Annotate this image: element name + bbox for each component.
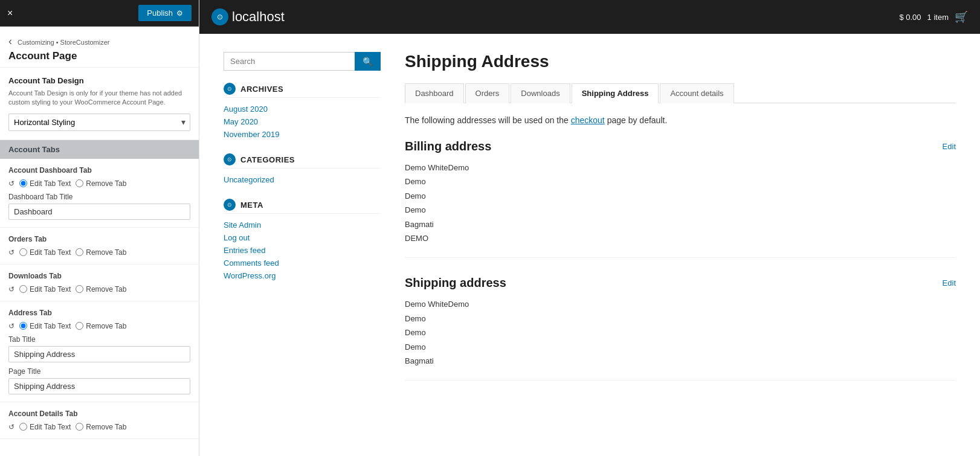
- archive-link[interactable]: August 2020: [224, 104, 268, 114]
- categories-widget: ⊙ CATEGORIES Uncategorized: [224, 153, 381, 184]
- dashboard-remove-radio-label[interactable]: Remove Tab: [76, 179, 126, 188]
- logo-text: localhost: [232, 9, 285, 25]
- address-remove-radio-label[interactable]: Remove Tab: [76, 322, 126, 330]
- meta-link[interactable]: WordPress.org: [224, 271, 276, 280]
- billing-edit-link[interactable]: Edit: [943, 142, 956, 151]
- dashboard-edit-radio-label[interactable]: Edit Tab Text: [19, 179, 71, 188]
- account-details-edit-radio-label[interactable]: Edit Tab Text: [19, 423, 71, 431]
- right-panel: ⊙ localhost $ 0.00 1 item 🛒 🔍 ⊙ ARCHIVES: [199, 0, 980, 456]
- account-details-radio-group: ↺ Edit Tab Text Remove Tab: [8, 423, 190, 431]
- account-tabs: Dashboard Orders Downloads Shipping Addr…: [405, 83, 956, 103]
- address-tab-title-label: Tab Title: [8, 335, 190, 344]
- address-remove-radio[interactable]: [76, 322, 83, 330]
- list-item: November 2019: [224, 129, 381, 139]
- dashboard-tab-section: Account Dashboard Tab ↺ Edit Tab Text Re…: [0, 159, 199, 228]
- address-tab-title-input[interactable]: [8, 346, 190, 362]
- downloads-remove-radio-label[interactable]: Remove Tab: [76, 285, 126, 294]
- dashboard-remove-radio[interactable]: [76, 179, 83, 187]
- shipping-address-section: Shipping address Edit Demo WhiteDemo Dem…: [405, 276, 956, 381]
- downloads-remove-radio[interactable]: [76, 285, 83, 293]
- shipping-edit-link[interactable]: Edit: [943, 278, 956, 287]
- search-box: 🔍: [224, 52, 381, 71]
- account-details-remove-radio-label[interactable]: Remove Tab: [76, 423, 126, 431]
- account-details-edit-radio[interactable]: [19, 423, 27, 431]
- search-icon: 🔍: [363, 57, 373, 66]
- page-heading: Shipping Address: [405, 52, 956, 71]
- tab-downloads[interactable]: Downloads: [511, 83, 570, 103]
- dashboard-tab-input[interactable]: [8, 204, 190, 220]
- address-refresh-icon: ↺: [8, 322, 15, 330]
- downloads-edit-radio-label[interactable]: Edit Tab Text: [19, 285, 71, 294]
- back-button[interactable]: ‹: [8, 35, 12, 48]
- orders-edit-radio[interactable]: [19, 248, 27, 256]
- dashboard-tab-radio-group: ↺ Edit Tab Text Remove Tab: [8, 179, 190, 188]
- styling-select[interactable]: Horizontal Styling Vertical Styling Defa…: [8, 114, 190, 131]
- search-button[interactable]: 🔍: [355, 52, 381, 71]
- list-item: May 2020: [224, 117, 381, 126]
- tab-dashboard[interactable]: Dashboard: [405, 83, 464, 103]
- main-content: Shipping Address Dashboard Orders Downlo…: [405, 52, 956, 438]
- orders-refresh-icon: ↺: [8, 248, 15, 257]
- category-link[interactable]: Uncategorized: [224, 175, 274, 184]
- address-tab-title: Address Tab: [8, 309, 190, 317]
- address-edit-radio[interactable]: [19, 322, 27, 330]
- address-page-title-input[interactable]: [8, 378, 190, 394]
- cart-items: 1 item: [927, 13, 949, 22]
- cart-area: $ 0.00 1 item 🛒: [899, 10, 968, 24]
- categories-list: Uncategorized: [224, 175, 381, 184]
- tab-orders[interactable]: Orders: [465, 83, 510, 103]
- search-input[interactable]: [224, 52, 355, 71]
- shipping-address-lines: Demo WhiteDemo Demo Demo Demo Bagmati: [405, 297, 956, 368]
- tab-shipping-address[interactable]: Shipping Address: [572, 83, 659, 103]
- orders-tab-radio-group: ↺ Edit Tab Text Remove Tab: [8, 248, 190, 257]
- list-item: WordPress.org: [224, 271, 381, 280]
- dashboard-refresh-icon: ↺: [8, 179, 15, 188]
- list-item: Uncategorized: [224, 175, 381, 184]
- dashboard-tab-title: Account Dashboard Tab: [8, 166, 190, 175]
- archive-link[interactable]: May 2020: [224, 117, 258, 126]
- account-details-refresh-icon: ↺: [8, 423, 15, 431]
- list-item: Comments feed: [224, 258, 381, 268]
- breadcrumb: ‹ Customizing • StoreCustomizer: [8, 35, 190, 48]
- styling-select-wrapper: Horizontal Styling Vertical Styling Defa…: [8, 114, 190, 131]
- downloads-tab-section: Downloads Tab ↺ Edit Tab Text Remove Tab: [0, 265, 199, 301]
- logo-icon: ⊙: [211, 8, 228, 25]
- section-note: Account Tab Design is only for if your t…: [8, 89, 190, 108]
- dashboard-edit-radio[interactable]: [19, 179, 27, 187]
- meta-link[interactable]: Entries feed: [224, 246, 265, 255]
- meta-widget-icon: ⊙: [224, 199, 236, 211]
- orders-edit-radio-label[interactable]: Edit Tab Text: [19, 248, 71, 257]
- address-tab-section: Address Tab ↺ Edit Tab Text Remove Tab T…: [0, 301, 199, 402]
- account-details-remove-radio[interactable]: [76, 423, 83, 431]
- meta-link[interactable]: Comments feed: [224, 259, 279, 268]
- address-page-title-label: Page Title: [8, 367, 190, 376]
- meta-list: Site Admin Log out Entries feed Comments…: [224, 220, 381, 280]
- orders-remove-radio[interactable]: [76, 248, 83, 256]
- meta-widget-title: META: [240, 201, 263, 210]
- shipping-address-title: Shipping address: [405, 276, 506, 290]
- meta-link[interactable]: Site Admin: [224, 220, 261, 230]
- publish-button[interactable]: Publish ⚙: [138, 5, 192, 21]
- site-logo: ⊙ localhost: [211, 8, 285, 25]
- list-item: August 2020: [224, 104, 381, 114]
- tab-account-details[interactable]: Account details: [660, 83, 733, 103]
- downloads-edit-radio[interactable]: [19, 285, 27, 293]
- panel-header: ‹ Customizing • StoreCustomizer Account …: [0, 27, 199, 68]
- categories-widget-icon: ⊙: [224, 153, 236, 165]
- section-title: Account Tab Design: [8, 76, 190, 85]
- orders-remove-radio-label[interactable]: Remove Tab: [76, 248, 126, 257]
- archives-widget-icon: ⊙: [224, 83, 236, 95]
- address-edit-radio-label[interactable]: Edit Tab Text: [19, 322, 71, 330]
- close-button[interactable]: ×: [7, 8, 13, 19]
- cart-amount: $ 0.00: [899, 13, 921, 22]
- account-details-tab-title: Account Details Tab: [8, 409, 190, 418]
- archive-link[interactable]: November 2019: [224, 130, 280, 139]
- billing-address-lines: Demo WhiteDemo Demo Demo Demo Bagmati DE…: [405, 161, 956, 245]
- meta-link[interactable]: Log out: [224, 233, 250, 242]
- account-tab-design-section: Account Tab Design Account Tab Design is…: [0, 68, 199, 140]
- downloads-tab-title: Downloads Tab: [8, 272, 190, 280]
- site-header: ⊙ localhost $ 0.00 1 item 🛒: [199, 0, 980, 34]
- cart-icon[interactable]: 🛒: [955, 10, 968, 24]
- billing-address-header: Billing address Edit: [405, 140, 956, 153]
- checkout-link[interactable]: checkout: [571, 115, 605, 125]
